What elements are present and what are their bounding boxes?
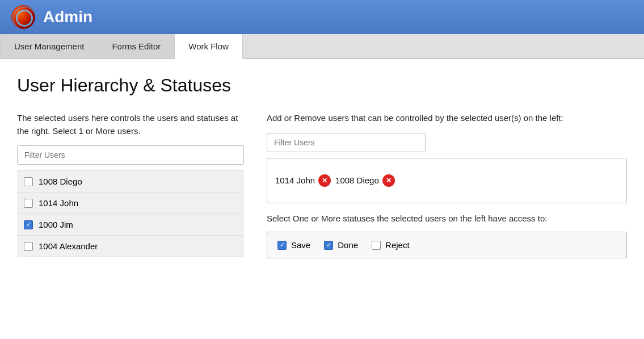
user-checkbox-1004[interactable] — [24, 242, 33, 251]
status-label-reject: Reject — [385, 240, 410, 250]
status-label-done: Done — [338, 240, 358, 250]
selected-tag-1014: 1014 John — [275, 166, 331, 195]
left-user-list: 1008 Diego 1014 John 1000 Jim 1004 Alexa… — [17, 170, 244, 257]
selected-users-box: 1014 John 1008 Diego — [267, 158, 627, 203]
selected-tag-label-1008: 1008 Diego — [335, 175, 379, 185]
remove-user-1014-button[interactable] — [318, 174, 331, 187]
right-description: Add or Remove users that can be controll… — [267, 112, 627, 125]
header: Admin — [0, 0, 644, 34]
app-title: Admin — [43, 8, 92, 26]
right-filter-input[interactable] — [267, 133, 426, 152]
list-item[interactable]: 1008 Diego — [17, 170, 244, 192]
user-checkbox-1008[interactable] — [24, 177, 33, 186]
status-item-done[interactable]: Done — [324, 240, 358, 250]
left-filter-input[interactable] — [17, 145, 244, 165]
status-checkbox-done[interactable] — [324, 241, 333, 250]
app-logo — [11, 5, 35, 29]
statuses-description: Select One or More statuses the selected… — [267, 212, 627, 225]
user-label-1000: 1000 Jim — [39, 220, 73, 229]
user-checkbox-1014[interactable] — [24, 199, 33, 208]
user-label-1008: 1008 Diego — [39, 177, 82, 186]
left-description: The selected users here controls the use… — [17, 112, 244, 137]
user-label-1014: 1014 John — [39, 198, 78, 208]
user-checkbox-1000[interactable] — [24, 220, 33, 229]
selected-tag-label-1014: 1014 John — [275, 175, 315, 185]
statuses-box: Save Done Reject — [267, 232, 627, 258]
main-content: User Hierarchy & Statuses The selected u… — [0, 59, 644, 274]
remove-user-1008-button[interactable] — [382, 174, 395, 187]
status-item-save[interactable]: Save — [277, 240, 310, 250]
tab-forms-editor[interactable]: Forms Editor — [98, 34, 175, 58]
right-column: Add or Remove users that can be controll… — [267, 112, 627, 258]
list-item[interactable]: 1004 Alexander — [17, 236, 244, 257]
page-title: User Hierarchy & Statuses — [17, 75, 627, 96]
left-column: The selected users here controls the use… — [17, 112, 244, 258]
tab-user-management[interactable]: User Management — [0, 34, 98, 58]
tab-bar: User Management Forms Editor Work Flow — [0, 34, 644, 59]
status-item-reject[interactable]: Reject — [372, 240, 410, 250]
list-item[interactable]: 1014 John — [17, 192, 244, 214]
tab-work-flow[interactable]: Work Flow — [175, 34, 243, 59]
selected-tag-1008: 1008 Diego — [335, 166, 395, 195]
status-label-save: Save — [291, 240, 310, 250]
user-label-1004: 1004 Alexander — [39, 241, 98, 251]
status-checkbox-save[interactable] — [277, 241, 287, 250]
status-checkbox-reject[interactable] — [372, 241, 381, 250]
list-item[interactable]: 1000 Jim — [17, 214, 244, 236]
two-column-layout: The selected users here controls the use… — [17, 112, 627, 258]
